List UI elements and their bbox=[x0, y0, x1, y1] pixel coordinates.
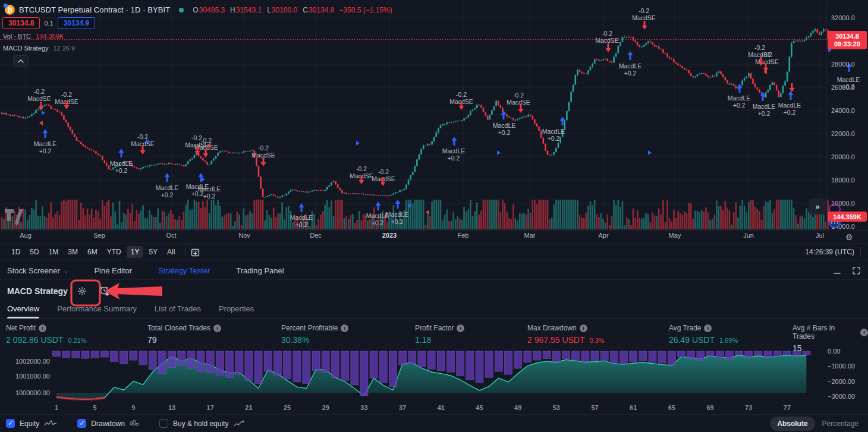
svg-text:−3000.00: −3000.00 bbox=[828, 393, 855, 400]
stat-label-text: Percent Profitable bbox=[281, 324, 338, 332]
range-button-ytd[interactable]: YTD bbox=[103, 246, 125, 258]
mode-percentage-button[interactable]: Percentage bbox=[819, 417, 862, 431]
stat-value-main: 26.49 USDT bbox=[669, 335, 715, 345]
panel-tab-pine-editor[interactable]: Pine Editor bbox=[94, 266, 132, 275]
stat-label: Avg Tradei bbox=[669, 324, 738, 332]
legend-collapse-button[interactable] bbox=[13, 55, 29, 67]
svg-text:»: » bbox=[815, 202, 819, 211]
buy-price-button[interactable]: 30134.9 bbox=[58, 17, 95, 29]
checkbox-checked[interactable]: ✓ bbox=[6, 419, 15, 428]
checkbox-checked[interactable]: ✓ bbox=[77, 419, 86, 428]
strategy-tab-properties[interactable]: Properties bbox=[219, 301, 254, 319]
stat-total-closed-trades: Total Closed Tradesi79 bbox=[147, 324, 221, 345]
ohlc-value: 30485.3 bbox=[199, 6, 225, 14]
svg-text:9: 9 bbox=[131, 404, 135, 411]
svg-text:−1000.00: −1000.00 bbox=[828, 362, 855, 370]
stat-value-main: 2 967.55 USDT bbox=[527, 335, 585, 345]
scroll-right-button[interactable]: » bbox=[809, 198, 826, 215]
range-button-6m[interactable]: 6M bbox=[83, 246, 102, 258]
info-icon[interactable]: i bbox=[341, 324, 348, 332]
stat-value-sub: 0.21% bbox=[68, 337, 87, 344]
panel-tab-trading-panel[interactable]: Trading Panel bbox=[236, 266, 284, 275]
volume-label: Vol · BTC bbox=[3, 33, 31, 40]
info-icon[interactable]: i bbox=[860, 329, 868, 336]
svg-text:MacdLE+0.2: MacdLE+0.2 bbox=[198, 185, 221, 200]
svg-text:16000.0: 16000.0 bbox=[831, 200, 855, 207]
info-icon[interactable]: i bbox=[580, 324, 587, 332]
legend-label: Buy & hold equity bbox=[173, 420, 228, 428]
chevron-up-icon bbox=[18, 59, 24, 63]
sell-price-button[interactable]: 30134.8 bbox=[2, 17, 40, 29]
svg-text:22000.0: 22000.0 bbox=[831, 130, 855, 137]
price-chart-pane[interactable]: -0.2MacdSE-0.2MacdSE-0.2MacdSE-0.2MacdSE… bbox=[0, 0, 868, 244]
svg-text:13: 13 bbox=[168, 404, 175, 411]
symbol-title[interactable]: BTCUSDT Perpetual Contract · 1D · BYBIT bbox=[19, 5, 170, 14]
legend-toggle-buy-hold-equity[interactable]: Buy & hold equity bbox=[159, 419, 245, 428]
range-button-3m[interactable]: 3M bbox=[64, 246, 82, 258]
svg-text:32000.0: 32000.0 bbox=[831, 14, 855, 21]
axis-settings-gear-icon[interactable]: ⚙ bbox=[845, 232, 853, 242]
svg-text:MacdLE+0.2: MacdLE+0.2 bbox=[619, 62, 642, 77]
equity-line-icon bbox=[44, 420, 57, 427]
utc-clock[interactable]: 14:26:39 (UTC) bbox=[805, 248, 854, 256]
info-icon[interactable]: i bbox=[213, 324, 221, 332]
checkbox-unchecked[interactable] bbox=[159, 419, 168, 428]
stat-label: Total Closed Tradesi bbox=[147, 324, 221, 332]
svg-text:18000.0: 18000.0 bbox=[831, 176, 855, 184]
info-icon[interactable]: i bbox=[457, 324, 464, 332]
add-alert-button[interactable] bbox=[99, 285, 111, 297]
alert-clock-plus-icon bbox=[99, 285, 111, 297]
range-button-1m[interactable]: 1M bbox=[45, 246, 63, 258]
range-button-5y[interactable]: 5Y bbox=[144, 246, 162, 258]
volume-badge: 144.359K bbox=[828, 212, 867, 222]
bottom-panel-tabs: Stock Screener⌄Pine EditorStrategy Teste… bbox=[0, 262, 868, 280]
svg-text:57: 57 bbox=[591, 404, 598, 411]
indicator-legend-row[interactable]: MACD Strategy 12 26 9 bbox=[3, 45, 75, 52]
svg-text:1001000.00: 1001000.00 bbox=[15, 373, 50, 380]
maximize-panel-icon[interactable] bbox=[852, 266, 861, 275]
stat-label-text: Max Drawdown bbox=[527, 324, 577, 332]
calendar-arrow-icon bbox=[190, 247, 200, 257]
range-button-1y[interactable]: 1Y bbox=[127, 246, 144, 258]
candlestick-chart[interactable]: -0.2MacdSE-0.2MacdSE-0.2MacdSE-0.2MacdSE… bbox=[0, 0, 868, 244]
mode-absolute-button[interactable]: Absolute bbox=[770, 417, 814, 431]
info-icon[interactable]: i bbox=[704, 324, 712, 332]
stat-label-text: Profit Factor bbox=[415, 324, 454, 332]
info-icon[interactable]: i bbox=[39, 324, 46, 332]
panel-tab-stock-screener[interactable]: Stock Screener⌄ bbox=[7, 266, 68, 275]
minimize-panel-icon[interactable] bbox=[833, 267, 841, 275]
range-toolbar: 1D5D1M3M6MYTD1Y5YAll 14:26:39 (UTC) bbox=[0, 244, 868, 260]
strategy-header: MACD Strategy bbox=[0, 282, 868, 301]
strategy-settings-button[interactable] bbox=[77, 286, 87, 296]
trend-line-icon bbox=[233, 420, 245, 427]
equity-drawdown-chart[interactable]: 1002000.001001000.001000000.000.00−1000.… bbox=[0, 348, 868, 414]
svg-text:09:33:20: 09:33:20 bbox=[834, 40, 860, 48]
range-button-1d[interactable]: 1D bbox=[7, 246, 24, 258]
panel-tab-strategy-tester[interactable]: Strategy Tester bbox=[158, 266, 210, 275]
stat-value-main: 79 bbox=[147, 335, 157, 345]
range-button-5d[interactable]: 5D bbox=[26, 246, 43, 258]
legend-toggle-equity[interactable]: ✓Equity bbox=[6, 419, 57, 428]
indicator-name: MACD Strategy bbox=[3, 45, 48, 52]
svg-text:17: 17 bbox=[207, 404, 214, 411]
time-axis[interactable]: AugSepOctNovDec2023FebMarAprMayJunJul bbox=[20, 232, 824, 239]
svg-text:May: May bbox=[669, 232, 681, 239]
legend-label: Drawdown bbox=[91, 420, 125, 428]
svg-text:53: 53 bbox=[553, 404, 560, 411]
svg-text:-0.2MacdSE: -0.2MacdSE bbox=[632, 7, 656, 21]
ohlc-values: O30485.3H31543.1L30100.0C30134.8 bbox=[193, 6, 334, 14]
legend-toggle-drawdown[interactable]: ✓Drawdown bbox=[77, 419, 139, 428]
stat-label-text: Avg # Bars in Trades bbox=[792, 324, 857, 340]
strategy-tab-list-of-trades[interactable]: List of Trades bbox=[155, 301, 201, 319]
go-to-date-button[interactable] bbox=[190, 247, 200, 257]
strategy-tab-performance-summary[interactable]: Performance Summary bbox=[57, 301, 137, 319]
ohlc-value: 30134.8 bbox=[309, 6, 334, 14]
svg-text:MacdLE+0.2: MacdLE+0.2 bbox=[442, 147, 466, 162]
range-button-all[interactable]: All bbox=[163, 246, 179, 258]
strategy-tab-overview[interactable]: Overview bbox=[7, 301, 39, 319]
clock-divider bbox=[860, 247, 861, 257]
stat-label: Net Profiti bbox=[6, 324, 87, 332]
svg-text:45: 45 bbox=[476, 404, 483, 411]
svg-text:65: 65 bbox=[668, 404, 675, 411]
svg-text:24000.0: 24000.0 bbox=[831, 107, 855, 114]
